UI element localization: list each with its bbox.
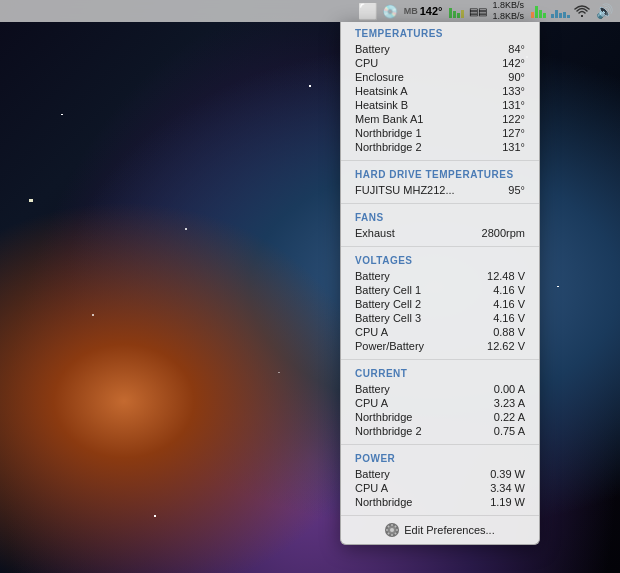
temperatures-section: TEMPERATURES Battery 84° CPU 142° Enclos… <box>341 22 539 158</box>
temp-value: 142° <box>420 5 443 17</box>
temp-enclosure-label: Enclosure <box>355 71 404 83</box>
svg-point-0 <box>390 528 394 532</box>
table-row: Battery 0.00 A <box>355 382 525 396</box>
volt-batterycell2-value: 4.16 V <box>493 298 525 310</box>
cpu-graph-icon: ▤▤ <box>470 3 486 19</box>
volt-battery-label: Battery <box>355 270 390 282</box>
temp-battery-label: Battery <box>355 43 390 55</box>
divider-2 <box>341 203 539 204</box>
preferences-gear-icon <box>385 523 399 537</box>
memory-bars-icon <box>448 3 464 19</box>
pwr-battery-value: 0.39 W <box>490 468 525 480</box>
temp-prefix: MB <box>404 6 418 16</box>
temp-enclosure-value: 90° <box>508 71 525 83</box>
table-row: Battery 0.39 W <box>355 467 525 481</box>
disk-icon: 💿 <box>382 3 398 19</box>
table-row: Northbridge 1.19 W <box>355 495 525 509</box>
table-row: CPU A 0.88 V <box>355 325 525 339</box>
table-row: Power/Battery 12.62 V <box>355 339 525 353</box>
fan-exhaust-value: 2800rpm <box>482 227 525 239</box>
pwr-battery-label: Battery <box>355 468 390 480</box>
curr-northbridge-value: 0.22 A <box>494 411 525 423</box>
table-row: Heatsink B 131° <box>355 98 525 112</box>
voltages-section: VOLTAGES Battery 12.48 V Battery Cell 1 … <box>341 249 539 357</box>
network-up-value: 1.8KB/s <box>492 0 524 11</box>
temp-cpu-value: 142° <box>502 57 525 69</box>
edit-preferences-button[interactable]: Edit Preferences... <box>341 518 539 540</box>
volt-cpua-label: CPU A <box>355 326 388 338</box>
table-row: CPU 142° <box>355 56 525 70</box>
temp-cpu-label: CPU <box>355 57 378 69</box>
temp-northbridge1-label: Northbridge 1 <box>355 127 422 139</box>
curr-cpua-value: 3.23 A <box>494 397 525 409</box>
current-section: CURRENT Battery 0.00 A CPU A 3.23 A Nort… <box>341 362 539 442</box>
divider-6 <box>341 515 539 516</box>
curr-northbridge2-value: 0.75 A <box>494 425 525 437</box>
table-row: Battery Cell 1 4.16 V <box>355 283 525 297</box>
table-row: Mem Bank A1 122° <box>355 112 525 126</box>
hard-drive-temps-section: HARD DRIVE TEMPERATURES FUJITSU MHZ212..… <box>341 163 539 201</box>
network-down-value: 1.8KB/s <box>492 11 524 22</box>
table-row: Battery 12.48 V <box>355 269 525 283</box>
voltages-title: VOLTAGES <box>355 255 525 266</box>
temp-heatsinkb-value: 131° <box>502 99 525 111</box>
fan-exhaust-label: Exhaust <box>355 227 395 239</box>
volt-powerbattery-label: Power/Battery <box>355 340 424 352</box>
volt-batterycell3-value: 4.16 V <box>493 312 525 324</box>
temp-heatsinka-value: 133° <box>502 85 525 97</box>
curr-northbridge2-label: Northbridge 2 <box>355 425 422 437</box>
pwr-cpua-value: 3.34 W <box>490 482 525 494</box>
divider-1 <box>341 160 539 161</box>
volt-powerbattery-value: 12.62 V <box>487 340 525 352</box>
table-row: FUJITSU MHZ212... 95° <box>355 183 525 197</box>
hard-drive-temps-title: HARD DRIVE TEMPERATURES <box>355 169 525 180</box>
temp-northbridge2-label: Northbridge 2 <box>355 141 422 153</box>
table-row: CPU A 3.34 W <box>355 481 525 495</box>
volt-cpua-value: 0.88 V <box>493 326 525 338</box>
temp-heatsinka-label: Heatsink A <box>355 85 408 97</box>
temp-battery-value: 84° <box>508 43 525 55</box>
table-row: Battery 84° <box>355 42 525 56</box>
table-row: Exhaust 2800rpm <box>355 226 525 240</box>
current-title: CURRENT <box>355 368 525 379</box>
divider-4 <box>341 359 539 360</box>
volt-batterycell1-value: 4.16 V <box>493 284 525 296</box>
temp-heatsinkb-label: Heatsink B <box>355 99 408 111</box>
menubar: ⬜ 💿 MB 142° ▤▤ 1.8KB/s 1.8KB/s <box>0 0 620 22</box>
edit-preferences-label: Edit Preferences... <box>404 524 495 536</box>
table-row: Northbridge 0.22 A <box>355 410 525 424</box>
wifi-icon[interactable] <box>574 3 590 19</box>
fans-title: FANS <box>355 212 525 223</box>
volume-icon[interactable]: 🔊 <box>596 3 612 19</box>
table-row: CPU A 3.23 A <box>355 396 525 410</box>
table-row: Battery Cell 3 4.16 V <box>355 311 525 325</box>
table-row: Northbridge 1 127° <box>355 126 525 140</box>
temp-membanka1-label: Mem Bank A1 <box>355 113 423 125</box>
volt-batterycell1-label: Battery Cell 1 <box>355 284 421 296</box>
power-section: POWER Battery 0.39 W CPU A 3.34 W Northb… <box>341 447 539 513</box>
curr-northbridge-label: Northbridge <box>355 411 412 423</box>
volt-battery-value: 12.48 V <box>487 270 525 282</box>
fans-section: FANS Exhaust 2800rpm <box>341 206 539 244</box>
window-icon: ⬜ <box>360 3 376 19</box>
temp-northbridge2-value: 131° <box>502 141 525 153</box>
volt-batterycell2-label: Battery Cell 2 <box>355 298 421 310</box>
curr-cpua-label: CPU A <box>355 397 388 409</box>
curr-battery-value: 0.00 A <box>494 383 525 395</box>
table-row: Enclosure 90° <box>355 70 525 84</box>
pwr-northbridge-label: Northbridge <box>355 496 412 508</box>
temperatures-title: TEMPERATURES <box>355 28 525 39</box>
power-title: POWER <box>355 453 525 464</box>
curr-battery-label: Battery <box>355 383 390 395</box>
network-usage-bars <box>552 3 568 19</box>
temp-northbridge1-value: 127° <box>502 127 525 139</box>
divider-5 <box>341 444 539 445</box>
stats-dropdown-panel: TEMPERATURES Battery 84° CPU 142° Enclos… <box>340 22 540 545</box>
temp-membanka1-value: 122° <box>502 113 525 125</box>
table-row: Northbridge 2 0.75 A <box>355 424 525 438</box>
network-speeds: 1.8KB/s 1.8KB/s <box>492 0 524 22</box>
temp-display[interactable]: MB 142° <box>404 5 443 17</box>
hd-fujitsu-label: FUJITSU MHZ212... <box>355 184 455 196</box>
table-row: Heatsink A 133° <box>355 84 525 98</box>
table-row: Battery Cell 2 4.16 V <box>355 297 525 311</box>
